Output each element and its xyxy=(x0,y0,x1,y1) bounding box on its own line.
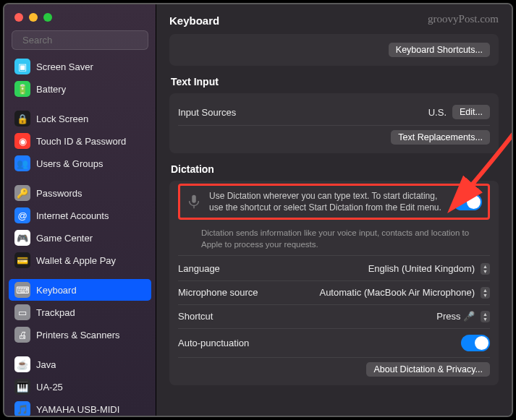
sidebar-item-trackpad[interactable]: ▭Trackpad xyxy=(9,301,151,323)
search-input-container[interactable] xyxy=(12,30,148,50)
sidebar-item-label: Keyboard xyxy=(36,285,77,296)
sidebar-icon: 🎵 xyxy=(14,401,30,416)
content: Keyboard Shortcuts... Text Input Input S… xyxy=(156,34,512,416)
shortcuts-panel: Keyboard Shortcuts... xyxy=(169,34,499,66)
sidebar-icon: ▭ xyxy=(14,304,30,320)
dictation-toggle[interactable] xyxy=(453,194,482,210)
language-label: Language xyxy=(178,263,220,274)
sidebar-icon: 🔒 xyxy=(14,111,30,127)
chevron-updown-icon: ▲▼ xyxy=(481,263,490,275)
sidebar-icon: ▣ xyxy=(14,59,30,74)
close-icon[interactable] xyxy=(14,13,23,22)
sidebar-icon: @ xyxy=(14,207,30,223)
sidebar-item-touch-id-password[interactable]: ◉Touch ID & Password xyxy=(9,130,151,152)
shortcut-label: Shortcut xyxy=(178,311,213,322)
sidebar-icon: 💳 xyxy=(14,252,30,268)
watermark: groovyPost.com xyxy=(428,13,499,25)
sidebar-icon: ◉ xyxy=(14,133,30,149)
sidebar-icon: ☕ xyxy=(14,356,30,372)
sidebar-item-label: Java xyxy=(36,359,56,370)
sidebar-item-label: Lock Screen xyxy=(36,113,88,124)
text-input-panel: Input Sources U.S. Edit... Text Replacem… xyxy=(169,93,499,153)
sidebar-item-game-center[interactable]: 🎮Game Center xyxy=(9,227,151,249)
microphone-icon xyxy=(186,194,202,210)
input-sources-value: U.S. xyxy=(428,107,447,118)
chevron-updown-icon: ▲▼ xyxy=(481,311,490,322)
minimize-icon[interactable] xyxy=(29,13,38,22)
sidebar-item-keyboard[interactable]: ⌨Keyboard xyxy=(9,279,151,301)
sidebar-item-lock-screen[interactable]: 🔒Lock Screen xyxy=(9,108,151,129)
autopunct-toggle[interactable] xyxy=(461,335,490,351)
mic-source-select[interactable]: Automatic (MacBook Air Microphone) ▲▼ xyxy=(319,287,490,299)
autopunct-label: Auto-punctuation xyxy=(178,338,249,348)
sidebar-item-label: UA-25 xyxy=(36,382,63,393)
dictation-desc: Use Dictation wherever you can type text… xyxy=(209,190,446,213)
keyboard-shortcuts-button[interactable]: Keyboard Shortcuts... xyxy=(389,43,490,57)
sidebar-item-label: Trackpad xyxy=(36,307,75,318)
main-panel: Keyboard groovyPost.com Keyboard Shortcu… xyxy=(156,4,512,416)
chevron-updown-icon: ▲▼ xyxy=(481,287,490,299)
window-controls xyxy=(4,4,156,27)
sidebar-item-label: Users & Groups xyxy=(36,158,103,169)
mic-source-label: Microphone source xyxy=(178,287,258,298)
about-dictation-button[interactable]: About Dictation & Privacy... xyxy=(366,362,490,377)
search-input[interactable] xyxy=(22,35,144,46)
sidebar-icon: 👥 xyxy=(14,155,30,171)
sidebar-icon: 🎹 xyxy=(14,379,30,395)
shortcut-select[interactable]: Press 🎤 ▲▼ xyxy=(436,311,490,322)
language-select[interactable]: English (United Kingdom) ▲▼ xyxy=(368,263,490,275)
sidebar-item-label: Game Center xyxy=(36,233,93,244)
sidebar-icon: 🔑 xyxy=(14,185,30,201)
sidebar-item-label: Screen Saver xyxy=(36,61,93,72)
sidebar-icon: 🎮 xyxy=(14,230,30,246)
sidebar-item-yamaha-usb-midi[interactable]: 🎵YAMAHA USB-MIDI xyxy=(9,398,151,416)
sidebar-item-label: Internet Accounts xyxy=(36,210,109,221)
sidebar-item-java[interactable]: ☕Java xyxy=(9,353,151,375)
sidebar-item-label: YAMAHA USB-MIDI xyxy=(36,404,119,415)
dictation-highlight: Use Dictation wherever you can type text… xyxy=(178,184,490,220)
dictation-title: Dictation xyxy=(171,163,497,175)
sidebar-icon: ⌨ xyxy=(14,282,30,298)
svg-rect-2 xyxy=(192,195,196,203)
edit-input-sources-button[interactable]: Edit... xyxy=(452,105,490,119)
sidebar-item-printers-scanners[interactable]: 🖨Printers & Scanners xyxy=(9,324,151,346)
sidebar-item-battery[interactable]: 🔋Battery xyxy=(9,78,151,100)
sidebar-item-label: Passwords xyxy=(36,188,83,199)
dictation-panel: Use Dictation wherever you can type text… xyxy=(169,181,499,385)
text-input-title: Text Input xyxy=(171,76,497,87)
sidebar-item-users-groups[interactable]: 👥Users & Groups xyxy=(9,153,151,174)
text-replacements-button[interactable]: Text Replacements... xyxy=(391,130,490,145)
sidebar-icon: 🔋 xyxy=(14,81,30,97)
sidebar-list: ▣Screen Saver🔋Battery🔒Lock Screen◉Touch … xyxy=(4,56,156,416)
input-sources-label: Input Sources xyxy=(178,107,236,118)
sidebar-item-label: Battery xyxy=(36,84,66,95)
sidebar-item-internet-accounts[interactable]: @Internet Accounts xyxy=(9,205,151,226)
sidebar-item-label: Printers & Scanners xyxy=(36,330,120,340)
sidebar-item-label: Wallet & Apple Pay xyxy=(36,255,116,266)
sidebar-icon: 🖨 xyxy=(14,327,30,343)
sidebar: ▣Screen Saver🔋Battery🔒Lock Screen◉Touch … xyxy=(4,4,156,416)
sidebar-item-passwords[interactable]: 🔑Passwords xyxy=(9,182,151,204)
sidebar-item-ua-25[interactable]: 🎹UA-25 xyxy=(9,376,151,398)
page-title: Keyboard xyxy=(169,14,219,27)
sidebar-item-wallet-apple-pay[interactable]: 💳Wallet & Apple Pay xyxy=(9,249,151,271)
sidebar-item-label: Touch ID & Password xyxy=(36,136,126,147)
dictation-privacy-note: Dictation sends information like your vo… xyxy=(178,223,490,255)
maximize-icon[interactable] xyxy=(43,13,52,22)
sidebar-item-screen-saver[interactable]: ▣Screen Saver xyxy=(9,56,151,77)
